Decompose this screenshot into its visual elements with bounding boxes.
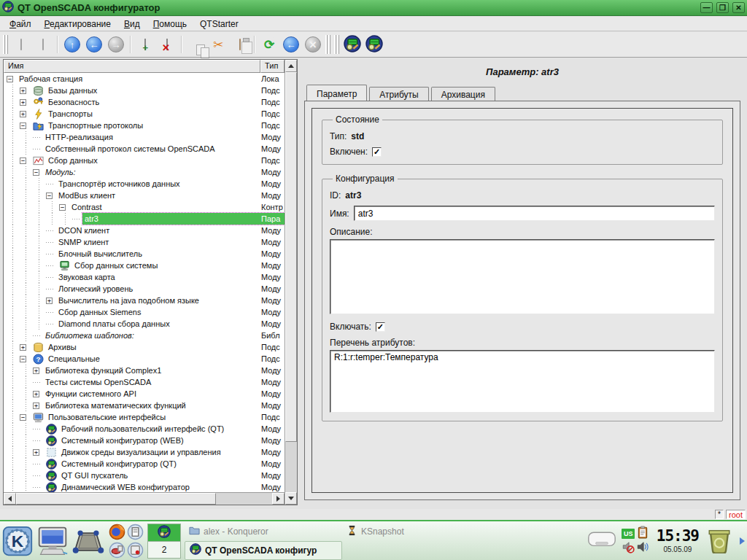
tree-row[interactable]: Рабочий пользовательский интерфейс (QT)М… <box>4 423 285 435</box>
enabled-checkbox[interactable]: ✓ <box>372 147 382 157</box>
collapse-icon[interactable]: − <box>20 414 26 421</box>
to-enable-checkbox[interactable]: ✓ <box>376 322 385 332</box>
tree-row[interactable]: Тесты системы OpenSCADAМоду <box>4 376 285 388</box>
vscroll-thumb[interactable] <box>285 72 297 442</box>
start-update-button[interactable]: ← <box>280 34 302 55</box>
column-header-type[interactable]: Тип <box>260 60 285 73</box>
tree-row[interactable]: +Функции системного APIМоду <box>4 388 285 400</box>
collapse-icon[interactable]: − <box>46 192 53 199</box>
tree-row[interactable]: +ТранспортыПодс <box>4 108 285 120</box>
scroll-right-icon[interactable] <box>272 493 285 505</box>
menu-item-1[interactable]: Файл <box>3 18 38 31</box>
keyboard-layout-indicator[interactable]: US <box>622 529 635 539</box>
expand-icon[interactable]: + <box>33 449 39 456</box>
collapse-icon[interactable]: − <box>59 204 66 211</box>
tree-row[interactable]: Логический уровеньМоду <box>4 283 285 295</box>
expand-icon[interactable]: + <box>20 88 26 94</box>
system-monitor-icon[interactable] <box>36 526 69 556</box>
add-item-button[interactable]: + <box>134 34 156 55</box>
tree-row[interactable]: Транспортёр источников данныхМоду <box>4 178 285 190</box>
collapse-icon[interactable]: − <box>7 76 13 82</box>
launcher-record-icon[interactable] <box>126 541 144 559</box>
name-input[interactable] <box>354 206 715 221</box>
removable-drive-icon[interactable] <box>587 529 616 552</box>
expand-icon[interactable]: + <box>20 111 26 117</box>
tree-row[interactable]: −?СпециальныеПодс <box>4 353 285 365</box>
menu-item-2[interactable]: Редактирование <box>38 18 117 31</box>
menu-item-5[interactable]: QTStarter <box>193 18 245 31</box>
collapse-icon[interactable]: − <box>20 356 26 362</box>
taskbar-task[interactable]: alex - Konqueror <box>185 522 342 541</box>
launch-vision-button[interactable] <box>341 34 363 55</box>
maximize-button[interactable]: ❐ <box>716 2 729 13</box>
go-back-button[interactable]: ← <box>83 34 105 55</box>
scroll-down-icon[interactable] <box>285 492 297 505</box>
tab-3[interactable]: Архивация <box>431 87 495 101</box>
scroll-up-icon[interactable] <box>285 60 297 72</box>
tree-row[interactable]: Системный конфигуратор (QT)Моду <box>4 458 285 470</box>
pager-desktop-2[interactable]: 2 <box>148 541 180 558</box>
launcher-doc-icon[interactable] <box>126 523 144 540</box>
panel-hide-arrow-icon[interactable] <box>740 537 745 545</box>
tree-row[interactable]: HTTP-реализацияМоду <box>4 131 285 143</box>
tree-row[interactable]: DCON клиентМоду <box>4 225 285 236</box>
tree-row[interactable]: SNMP клиентМоду <box>4 236 285 248</box>
menu-item-4[interactable]: Помощь <box>147 18 193 31</box>
description-textarea[interactable] <box>330 239 715 314</box>
tree-row[interactable]: Библиотека шаблонов:Библ <box>4 330 285 341</box>
cut-item-button[interactable]: ✂ <box>207 34 229 55</box>
tree-row[interactable]: Собственный протокол системы OpenSCADAМо… <box>4 143 285 155</box>
tree-row[interactable]: QT GUI пускательМоду <box>4 470 285 481</box>
horizontal-scrollbar[interactable] <box>4 492 285 505</box>
collapse-icon[interactable]: − <box>20 122 26 129</box>
attributes-list-textarea[interactable]: R:1:r:temper:Температура <box>330 350 715 413</box>
tree-row[interactable]: Блочный вычислительМоду <box>4 248 285 260</box>
tree-row[interactable]: −Пользовательские интерфейсыПодс <box>4 411 285 423</box>
menu-item-3[interactable]: Вид <box>117 18 147 31</box>
tree-row[interactable]: +Библиотека математических функцийМоду <box>4 400 285 411</box>
expand-icon[interactable]: + <box>33 368 39 374</box>
tree-row[interactable]: Diamond платы сбора данныхМоду <box>4 318 285 330</box>
tree-row[interactable]: +Базы данныхПодс <box>4 85 285 96</box>
tab-1[interactable]: Параметр <box>306 85 367 101</box>
tree-row[interactable]: +АрхивыПодс <box>4 341 285 353</box>
expand-icon[interactable]: + <box>33 402 39 409</box>
collapse-icon[interactable]: − <box>33 169 39 176</box>
tree-row[interactable]: +БезопасностьПодс <box>4 96 285 108</box>
collapse-icon[interactable]: − <box>20 158 26 164</box>
toolbar-handle[interactable] <box>325 35 331 54</box>
tree-row[interactable]: +Движок среды визуализации и управленияМ… <box>4 446 285 458</box>
launch-configurator-button[interactable] <box>363 34 385 55</box>
vertical-scrollbar[interactable] <box>285 60 297 505</box>
window-titlebar[interactable]: QT OpenSCADA конфигуратор — ❐ ✕ <box>0 0 747 16</box>
tree-row[interactable]: +Библиотека функций Complex1Моду <box>4 365 285 376</box>
kmenu-button[interactable]: K <box>2 526 33 556</box>
launcher-chart-icon[interactable] <box>108 541 125 559</box>
volume-icon[interactable] <box>636 540 649 556</box>
taskbar-task[interactable]: QT OpenSCADA конфигур <box>185 541 342 560</box>
tree-row[interactable]: Сбор данных системыМоду <box>4 260 285 271</box>
tree-row[interactable]: −ModBus клиентМоду <box>4 190 285 201</box>
tree-row[interactable]: Системный конфигуратор (WEB)Моду <box>4 435 285 446</box>
minimize-button[interactable]: — <box>700 2 713 13</box>
tree-row[interactable]: +Вычислитель на java подобном языкеМоду <box>4 295 285 306</box>
scroll-left-icon[interactable] <box>4 493 16 505</box>
taskbar-task[interactable]: KSnapshot <box>342 522 500 541</box>
tree-row[interactable]: atr3Пара <box>4 213 285 225</box>
mixer-muted-icon[interactable] <box>622 540 635 556</box>
toolbar-handle[interactable] <box>3 35 9 54</box>
hscroll-thumb[interactable] <box>16 493 216 505</box>
refresh-button[interactable]: ⟳ <box>258 34 280 55</box>
go-up-button[interactable]: ↑ <box>61 34 83 55</box>
toolbar-handle[interactable] <box>334 35 340 54</box>
expand-icon[interactable]: + <box>33 391 39 397</box>
firefox-icon[interactable] <box>108 523 125 540</box>
expand-icon[interactable]: + <box>20 99 26 106</box>
tree-row[interactable]: −Рабочая станцияЛока <box>4 73 285 85</box>
trash-icon[interactable] <box>705 526 733 556</box>
tree-row[interactable]: Звуковая картаМоду <box>4 271 285 283</box>
show-desktop-icon[interactable] <box>72 526 104 556</box>
tree-row[interactable]: Сбор данных SiemensМоду <box>4 306 285 318</box>
tree-row[interactable]: −Сбор данныхПодс <box>4 155 285 166</box>
tab-2[interactable]: Атрибуты <box>369 87 428 101</box>
